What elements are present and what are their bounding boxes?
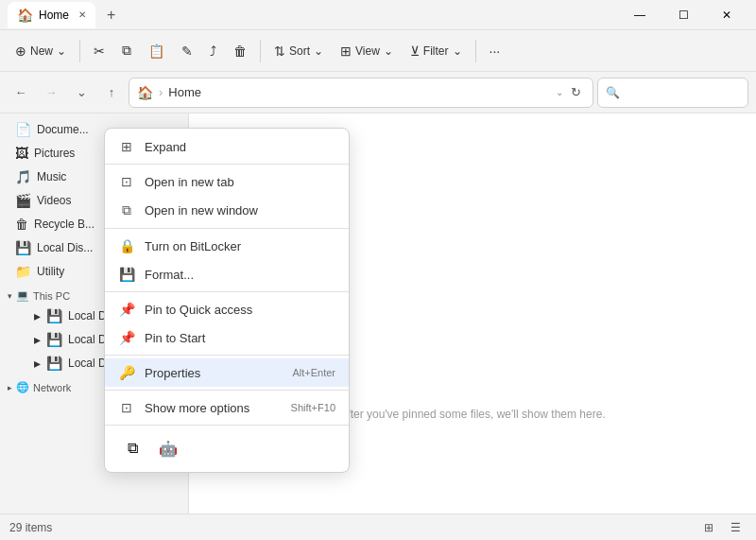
new-dropdown-icon: ⌄ xyxy=(57,44,66,58)
ctx-sep-5 xyxy=(105,390,349,391)
tab-close-btn[interactable]: ✕ xyxy=(78,9,86,20)
search-box[interactable]: 🔍 xyxy=(597,78,748,108)
new-label: New xyxy=(30,44,53,58)
back-button[interactable]: ← xyxy=(8,79,34,106)
dropdown-history-button[interactable]: ⌄ xyxy=(68,79,94,106)
ctx-new-window-label: Open in new window xyxy=(145,203,335,218)
ctx-sep-6 xyxy=(105,425,349,426)
address-input[interactable]: 🏠 › Home ⌄ ↻ xyxy=(129,78,593,108)
maximize-button[interactable]: ☐ xyxy=(662,0,705,30)
minimize-button[interactable]: — xyxy=(618,0,662,30)
copy-button[interactable]: ⧉ xyxy=(114,38,139,63)
recycle-label: Recycle B... xyxy=(34,218,94,231)
ctx-properties[interactable]: 🔑 Properties Alt+Enter xyxy=(105,358,349,387)
view-label: View xyxy=(355,44,380,58)
ctx-pin-quick-label: Pin to Quick access xyxy=(145,303,335,317)
copy-icon: ⧉ xyxy=(122,43,131,59)
status-bar: 29 items ⊞ ☰ xyxy=(0,514,756,540)
tab-home-icon: 🏠 xyxy=(17,8,33,23)
ctx-show-more-shortcut: Shift+F10 xyxy=(291,402,335,413)
pictures-icon: 🖼 xyxy=(15,146,28,161)
ctx-properties-icon: 🔑 xyxy=(118,365,135,380)
ctx-pin-start-icon: 📌 xyxy=(118,330,135,345)
ctx-pin-start[interactable]: 📌 Pin to Start xyxy=(105,323,349,352)
ctx-open-new-window[interactable]: ⧉ Open in new window xyxy=(105,196,349,225)
list-view-button[interactable]: ☰ xyxy=(724,516,747,539)
view-button[interactable]: ⊞ View ⌄ xyxy=(333,39,401,63)
rename-icon: ✎ xyxy=(181,44,193,59)
ctx-bottom-icons: ⧉ 🤖 xyxy=(105,428,349,468)
recycle-icon: 🗑 xyxy=(15,217,28,232)
context-menu: ⊞ Expand ⊡ Open in new tab ⧉ Open in new… xyxy=(104,128,350,473)
videos-label: Videos xyxy=(37,194,71,207)
network-label: Network xyxy=(33,382,71,393)
videos-icon: 🎬 xyxy=(15,193,31,208)
ctx-copy-icon-btn[interactable]: ⧉ xyxy=(118,434,146,462)
ctx-sep-2 xyxy=(105,228,349,229)
filter-icon: ⊻ xyxy=(410,44,420,59)
address-location: Home xyxy=(168,85,548,99)
paste-button[interactable]: 📋 xyxy=(141,39,172,63)
search-icon: 🔍 xyxy=(606,86,620,99)
ctx-sep-4 xyxy=(105,355,349,356)
localdisk-icon: 💾 xyxy=(15,240,31,255)
up-button[interactable]: ↑ xyxy=(98,79,125,106)
ctx-sep-1 xyxy=(105,164,349,165)
ctx-format[interactable]: 💾 Format... xyxy=(105,260,349,288)
this-pc-label: This PC xyxy=(33,290,70,302)
toolbar-separator-1 xyxy=(79,40,80,62)
toolbar-separator-3 xyxy=(475,40,476,62)
ctx-new-window-icon: ⧉ xyxy=(118,202,135,218)
address-bar: ← → ⌄ ↑ 🏠 › Home ⌄ ↻ 🔍 xyxy=(0,72,756,113)
this-pc-icon: 💻 xyxy=(16,289,29,302)
ctx-show-more-icon: ⊡ xyxy=(118,400,135,415)
ctx-show-more[interactable]: ⊡ Show more options Shift+F10 xyxy=(105,393,349,422)
ctx-properties-label: Properties xyxy=(145,366,283,380)
filter-dropdown-icon: ⌄ xyxy=(453,44,462,58)
share-button[interactable]: ⤴ xyxy=(202,39,224,63)
ctx-pin-quick[interactable]: 📌 Pin to Quick access xyxy=(105,295,349,323)
ctx-bitlocker-icon: 🔒 xyxy=(118,238,135,253)
share-icon: ⤴ xyxy=(210,44,216,59)
sort-button[interactable]: ⇅ Sort ⌄ xyxy=(266,39,331,63)
new-button[interactable]: ⊕ New ⌄ xyxy=(8,39,74,63)
close-button[interactable]: ✕ xyxy=(705,0,748,30)
paste-icon: 📋 xyxy=(148,44,164,59)
ctx-new-tab-label: Open in new tab xyxy=(145,175,335,189)
delete-button[interactable]: 🗑 xyxy=(226,39,254,63)
ctx-sep-3 xyxy=(105,291,349,292)
music-label: Music xyxy=(37,170,66,183)
more-button[interactable]: ··· xyxy=(482,39,508,63)
new-tab-button[interactable]: + xyxy=(101,5,121,26)
ctx-expand[interactable]: ⊞ Expand xyxy=(105,132,349,161)
rename-button[interactable]: ✎ xyxy=(174,39,200,63)
local-d1-icon: ▸ xyxy=(34,308,41,323)
this-pc-expand-icon: ▾ xyxy=(8,291,12,301)
active-tab[interactable]: 🏠 Home ✕ xyxy=(8,2,95,28)
ctx-bitlocker-label: Turn on BitLocker xyxy=(145,239,335,253)
toolbar-separator-2 xyxy=(260,40,261,62)
address-dropdown-icon[interactable]: ⌄ xyxy=(556,87,563,97)
delete-icon: 🗑 xyxy=(233,44,247,59)
view-toggle-buttons: ⊞ ☰ xyxy=(697,516,747,539)
ctx-properties-shortcut: Alt+Enter xyxy=(292,367,335,378)
grid-view-button[interactable]: ⊞ xyxy=(697,516,720,539)
filter-button[interactable]: ⊻ Filter ⌄ xyxy=(403,39,470,63)
view-icon: ⊞ xyxy=(340,44,352,59)
ctx-pin-quick-icon: 📌 xyxy=(118,302,135,317)
ctx-open-new-tab[interactable]: ⊡ Open in new tab xyxy=(105,167,349,196)
cut-button[interactable]: ✂ xyxy=(86,39,112,63)
filter-label: Filter xyxy=(423,44,449,58)
ctx-ai-icon-btn[interactable]: 🤖 xyxy=(154,434,182,462)
address-separator: › xyxy=(159,85,163,99)
ctx-bitlocker[interactable]: 🔒 Turn on BitLocker xyxy=(105,232,349,260)
forward-button[interactable]: → xyxy=(38,79,64,106)
toolbar: ⊕ New ⌄ ✂ ⧉ 📋 ✎ ⤴ 🗑 ⇅ Sort ⌄ ⊞ View ⌄ ⊻ … xyxy=(0,30,756,72)
sort-label: Sort xyxy=(289,44,310,58)
window-controls: — ☐ ✕ xyxy=(618,0,748,30)
ctx-pin-start-label: Pin to Start xyxy=(145,331,335,345)
sort-dropdown-icon: ⌄ xyxy=(314,44,323,58)
music-icon: 🎵 xyxy=(15,169,31,184)
ctx-new-tab-icon: ⊡ xyxy=(118,174,135,189)
refresh-button[interactable]: ↻ xyxy=(567,83,585,101)
